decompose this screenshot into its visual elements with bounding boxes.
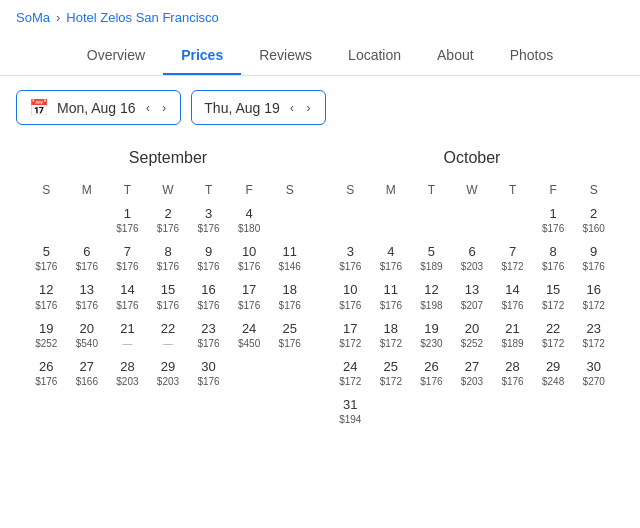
sep-day-13[interactable]: 13$176 — [67, 277, 108, 315]
checkout-date[interactable]: Thu, Aug 19 ‹ › — [191, 90, 325, 125]
sep-day-30[interactable]: 30$176 — [188, 354, 229, 392]
oct-empty — [573, 392, 614, 430]
oct-empty — [533, 392, 574, 430]
calendar-icon: 📅 — [29, 98, 49, 117]
sep-day-6[interactable]: 6$176 — [67, 239, 108, 277]
oct-day-28[interactable]: 28$176 — [492, 354, 533, 392]
sep-day-28[interactable]: 28$203 — [107, 354, 148, 392]
oct-day-29[interactable]: 29$248 — [533, 354, 574, 392]
sep-day-18[interactable]: 18$176 — [269, 277, 310, 315]
oct-day-17[interactable]: 17$172 — [330, 316, 371, 354]
oct-day-16[interactable]: 16$172 — [573, 277, 614, 315]
oct-dow-4: T — [492, 179, 533, 201]
sep-dow-3: W — [148, 179, 189, 201]
oct-day-19[interactable]: 19$230 — [411, 316, 452, 354]
sep-day-17[interactable]: 17$176 — [229, 277, 270, 315]
oct-day-1[interactable]: 1$176 — [533, 201, 574, 239]
oct-day-7[interactable]: 7$172 — [492, 239, 533, 277]
date-selectors: 📅 Mon, Aug 16 ‹ › Thu, Aug 19 ‹ › — [0, 76, 640, 139]
oct-day-23[interactable]: 23$172 — [573, 316, 614, 354]
sep-empty — [67, 201, 108, 239]
september-grid: S M T W T F S 1$176 2$176 3$176 4$180 5$… — [26, 179, 310, 392]
oct-day-3[interactable]: 3$176 — [330, 239, 371, 277]
sep-day-14[interactable]: 14$176 — [107, 277, 148, 315]
calendars-container: September S M T W T F S 1$176 2$176 3$17… — [0, 139, 640, 450]
oct-day-31[interactable]: 31$194 — [330, 392, 371, 430]
checkin-date[interactable]: 📅 Mon, Aug 16 ‹ › — [16, 90, 181, 125]
sep-dow-4: T — [188, 179, 229, 201]
sep-day-19[interactable]: 19$252 — [26, 316, 67, 354]
october-grid: S M T W T F S 1$176 2$160 3$176 4$176 5$… — [330, 179, 614, 430]
oct-day-11[interactable]: 11$176 — [371, 277, 412, 315]
oct-dow-5: F — [533, 179, 574, 201]
tab-photos[interactable]: Photos — [492, 35, 572, 75]
sep-day-4[interactable]: 4$180 — [229, 201, 270, 239]
checkout-next[interactable]: › — [304, 100, 312, 115]
oct-day-9[interactable]: 9$176 — [573, 239, 614, 277]
sep-day-12[interactable]: 12$176 — [26, 277, 67, 315]
oct-day-24[interactable]: 24$172 — [330, 354, 371, 392]
sep-dow-2: T — [107, 179, 148, 201]
oct-empty — [371, 392, 412, 430]
sep-day-15[interactable]: 15$176 — [148, 277, 189, 315]
sep-day-3[interactable]: 3$176 — [188, 201, 229, 239]
oct-day-18[interactable]: 18$172 — [371, 316, 412, 354]
sep-day-11[interactable]: 11$146 — [269, 239, 310, 277]
sep-day-10[interactable]: 10$176 — [229, 239, 270, 277]
sep-dow-0: S — [26, 179, 67, 201]
sep-empty — [26, 201, 67, 239]
sep-day-24[interactable]: 24$450 — [229, 316, 270, 354]
oct-day-13[interactable]: 13$207 — [452, 277, 493, 315]
sep-day-26[interactable]: 26$176 — [26, 354, 67, 392]
breadcrumb-parent[interactable]: SoMa — [16, 10, 50, 25]
sep-day-8[interactable]: 8$176 — [148, 239, 189, 277]
sep-day-20[interactable]: 20$540 — [67, 316, 108, 354]
sep-day-9[interactable]: 9$176 — [188, 239, 229, 277]
tabs-nav: Overview Prices Reviews Location About P… — [0, 35, 640, 76]
oct-day-21[interactable]: 21$189 — [492, 316, 533, 354]
sep-day-29[interactable]: 29$203 — [148, 354, 189, 392]
sep-day-16[interactable]: 16$176 — [188, 277, 229, 315]
sep-day-2[interactable]: 2$176 — [148, 201, 189, 239]
oct-day-27[interactable]: 27$203 — [452, 354, 493, 392]
sep-day-5[interactable]: 5$176 — [26, 239, 67, 277]
checkout-prev[interactable]: ‹ — [288, 100, 296, 115]
oct-day-6[interactable]: 6$203 — [452, 239, 493, 277]
sep-day-22[interactable]: 22— — [148, 316, 189, 354]
oct-day-5[interactable]: 5$189 — [411, 239, 452, 277]
oct-day-30[interactable]: 30$270 — [573, 354, 614, 392]
oct-day-26[interactable]: 26$176 — [411, 354, 452, 392]
oct-day-2[interactable]: 2$160 — [573, 201, 614, 239]
checkin-next[interactable]: › — [160, 100, 168, 115]
sep-day-7[interactable]: 7$176 — [107, 239, 148, 277]
tab-about[interactable]: About — [419, 35, 492, 75]
oct-day-20[interactable]: 20$252 — [452, 316, 493, 354]
sep-dow-5: F — [229, 179, 270, 201]
sep-dow-6: S — [269, 179, 310, 201]
sep-day-21[interactable]: 21— — [107, 316, 148, 354]
breadcrumb-separator: › — [56, 10, 60, 25]
sep-day-25[interactable]: 25$176 — [269, 316, 310, 354]
breadcrumb-current: Hotel Zelos San Francisco — [66, 10, 218, 25]
sep-day-23[interactable]: 23$176 — [188, 316, 229, 354]
oct-day-25[interactable]: 25$172 — [371, 354, 412, 392]
oct-day-10[interactable]: 10$176 — [330, 277, 371, 315]
oct-day-4[interactable]: 4$176 — [371, 239, 412, 277]
oct-dow-1: M — [371, 179, 412, 201]
oct-day-8[interactable]: 8$176 — [533, 239, 574, 277]
oct-day-22[interactable]: 22$172 — [533, 316, 574, 354]
tab-overview[interactable]: Overview — [69, 35, 163, 75]
oct-empty — [492, 392, 533, 430]
sep-empty — [229, 354, 270, 392]
oct-day-12[interactable]: 12$198 — [411, 277, 452, 315]
checkin-prev[interactable]: ‹ — [144, 100, 152, 115]
sep-day-1[interactable]: 1$176 — [107, 201, 148, 239]
tab-location[interactable]: Location — [330, 35, 419, 75]
oct-empty — [452, 392, 493, 430]
oct-day-14[interactable]: 14$176 — [492, 277, 533, 315]
tab-prices[interactable]: Prices — [163, 35, 241, 75]
tab-reviews[interactable]: Reviews — [241, 35, 330, 75]
oct-day-15[interactable]: 15$172 — [533, 277, 574, 315]
sep-empty — [269, 354, 310, 392]
sep-day-27[interactable]: 27$166 — [67, 354, 108, 392]
